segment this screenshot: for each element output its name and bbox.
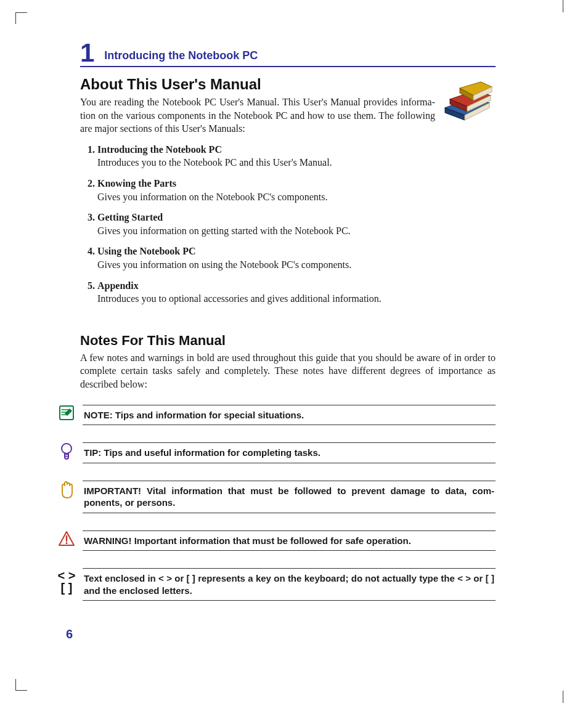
list-item-title: Appendix bbox=[97, 280, 139, 291]
manual-page: 1 Introducing the Notebook PC About This… bbox=[0, 0, 588, 703]
callout-important: IMPORTANT! Vital information that must b… bbox=[55, 481, 496, 513]
angle-bracket-icon: < > [ ] bbox=[55, 568, 78, 594]
lightbulb-icon bbox=[55, 442, 78, 462]
hand-icon bbox=[55, 481, 78, 499]
books-illustration bbox=[441, 77, 496, 125]
crop-mark bbox=[563, 691, 563, 703]
list-item: Getting Started Gives you information on… bbox=[97, 211, 496, 237]
chapter-number: 1 bbox=[80, 40, 94, 66]
callout-warning-text: WARNING! Important information that must… bbox=[83, 530, 496, 551]
major-sections-list: Introducing the Notebook PC Introduces y… bbox=[80, 143, 496, 306]
list-item-title: Getting Started bbox=[97, 212, 163, 222]
callout-tip-text: TIP: Tips and useful information for com… bbox=[83, 442, 496, 463]
list-item-title: Knowing the Parts bbox=[97, 178, 176, 189]
list-item-desc: Introduces you to the Notebook PC and th… bbox=[97, 156, 496, 169]
keys-glyph-2: [ ] bbox=[61, 582, 73, 594]
list-item: Appendix Introduces you to optional acce… bbox=[97, 279, 496, 306]
svg-point-1 bbox=[62, 444, 71, 453]
page-content: 1 Introducing the Notebook PC About This… bbox=[80, 40, 496, 601]
list-item-title: Introducing the Notebook PC bbox=[97, 144, 222, 155]
crop-mark bbox=[563, 0, 563, 12]
about-section-row: About This User's Manual You are reading… bbox=[80, 67, 496, 142]
list-item-title: Using the Notebook PC bbox=[97, 246, 196, 256]
list-item-desc: Gives you information on using the Noteb… bbox=[97, 258, 496, 272]
books-icon bbox=[441, 77, 496, 125]
list-item: Using the Notebook PC Gives you informat… bbox=[97, 245, 496, 271]
list-item: Knowing the Parts Gives you information … bbox=[97, 177, 496, 203]
chapter-title: Introducing the Notebook PC bbox=[104, 49, 258, 62]
section-heading-about: About This User's Manual bbox=[80, 76, 435, 93]
callout-tip: TIP: Tips and useful information for com… bbox=[55, 442, 496, 463]
page-number: 6 bbox=[66, 627, 73, 641]
list-item: Introducing the Notebook PC Introduces y… bbox=[97, 143, 496, 169]
note-icon bbox=[55, 405, 78, 421]
list-item-desc: Gives you information on the Notebook PC… bbox=[97, 190, 496, 204]
callout-important-text: IMPORTANT! Vital information that must b… bbox=[83, 481, 496, 513]
keys-glyph-1: < > bbox=[58, 569, 76, 582]
list-item-desc: Introduces you to optional accessories a… bbox=[97, 292, 496, 306]
list-item-desc: Gives you information on getting started… bbox=[97, 224, 496, 238]
svg-point-3 bbox=[66, 542, 68, 544]
callout-keys-text: Text enclosed in < > or [ ] represents a… bbox=[83, 568, 496, 601]
about-section-text: About This User's Manual You are reading… bbox=[80, 67, 435, 142]
callout-warning: WARNING! Important information that must… bbox=[55, 530, 496, 551]
notes-intro: A few notes and warnings in bold are use… bbox=[80, 351, 496, 391]
crop-mark bbox=[15, 12, 27, 24]
callouts-list: NOTE: Tips and information for special s… bbox=[55, 405, 496, 601]
chapter-header: 1 Introducing the Notebook PC bbox=[80, 40, 496, 67]
warning-icon bbox=[55, 530, 78, 547]
callout-note-text: NOTE: Tips and information for special s… bbox=[83, 405, 496, 426]
callout-note: NOTE: Tips and information for special s… bbox=[55, 405, 496, 426]
about-intro: You are reading the Notebook PC User's M… bbox=[80, 95, 435, 136]
callout-keys: < > [ ] Text enclosed in < > or [ ] repr… bbox=[55, 568, 496, 601]
crop-mark bbox=[15, 679, 27, 691]
section-heading-notes: Notes For This Manual bbox=[80, 333, 496, 349]
